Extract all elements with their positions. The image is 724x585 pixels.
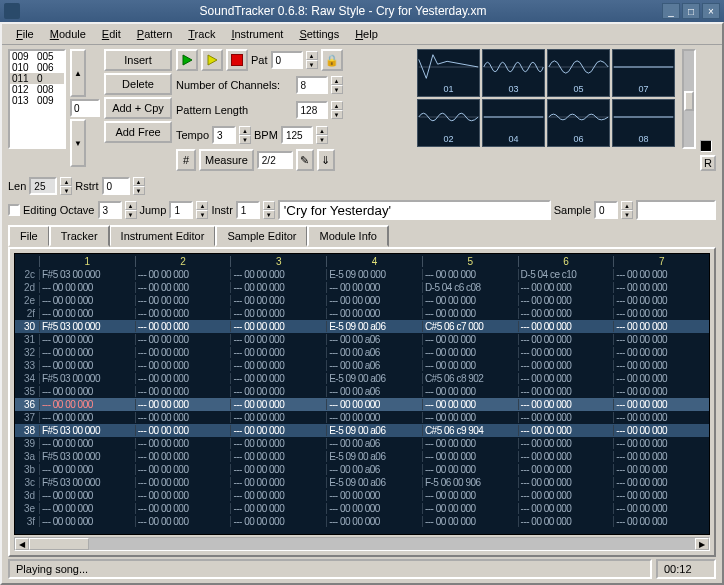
play-pattern-button[interactable] xyxy=(201,49,223,71)
tracker-row[interactable]: 32--- 00 00 000--- 00 00 000--- 00 00 00… xyxy=(15,346,709,359)
menu-instrument[interactable]: Instrument xyxy=(225,26,289,42)
plen-input[interactable]: 128 xyxy=(296,101,328,119)
tracker-row[interactable]: 34F#5 03 00 000--- 00 00 000--- 00 00 00… xyxy=(15,372,709,385)
scroll-left-icon[interactable]: ◀ xyxy=(15,538,29,550)
instr-name-input[interactable] xyxy=(278,200,551,220)
maximize-button[interactable]: □ xyxy=(682,3,700,19)
scope-01[interactable]: 01 xyxy=(417,49,480,97)
tracker-row[interactable]: 33--- 00 00 000--- 00 00 000--- 00 00 00… xyxy=(15,359,709,372)
rstrt-up[interactable]: ▲ xyxy=(133,177,145,186)
tracker-row[interactable]: 2cF#5 03 00 000--- 00 00 000--- 00 00 00… xyxy=(15,268,709,281)
tab-sample-editor[interactable]: Sample Editor xyxy=(215,225,308,247)
songlist-pos-input[interactable] xyxy=(70,99,100,117)
menu-pattern[interactable]: Pattern xyxy=(131,26,178,42)
menu-settings[interactable]: Settings xyxy=(293,26,345,42)
stop-button[interactable] xyxy=(226,49,248,71)
menu-file[interactable]: File xyxy=(10,26,40,42)
songlist-row[interactable]: 009005 xyxy=(10,51,64,62)
len-input[interactable]: 25 xyxy=(29,177,57,195)
add-cpy-button[interactable]: Add + Cpy xyxy=(104,97,172,119)
delete-button[interactable]: Delete xyxy=(104,73,172,95)
arrow-down-icon[interactable]: ⇓ xyxy=(317,149,335,171)
close-button[interactable]: × xyxy=(702,3,720,19)
sample-down[interactable]: ▼ xyxy=(621,210,633,219)
octave-down[interactable]: ▼ xyxy=(125,210,137,219)
channels-input[interactable]: 8 xyxy=(296,76,328,94)
rstrt-down[interactable]: ▼ xyxy=(133,186,145,195)
menu-edit[interactable]: Edit xyxy=(96,26,127,42)
bpm-up[interactable]: ▲ xyxy=(316,126,328,135)
measure-edit-icon[interactable]: ✎ xyxy=(296,149,314,171)
plen-down[interactable]: ▼ xyxy=(331,110,343,119)
insert-button[interactable]: Insert xyxy=(104,49,172,71)
tempo-input[interactable]: 3 xyxy=(212,126,236,144)
lock-icon[interactable]: 🔒 xyxy=(321,49,343,71)
scope-06[interactable]: 06 xyxy=(547,99,610,147)
tracker-row[interactable]: 3b--- 00 00 000--- 00 00 000--- 00 00 00… xyxy=(15,463,709,476)
scroll-thumb[interactable] xyxy=(29,538,89,550)
songlist-row[interactable]: 0110 xyxy=(10,73,64,84)
bpm-input[interactable]: 125 xyxy=(281,126,313,144)
tab-module-info[interactable]: Module Info xyxy=(307,225,388,247)
pat-input[interactable]: 0 xyxy=(271,51,303,69)
tracker-row[interactable]: 35--- 00 00 000--- 00 00 000--- 00 00 00… xyxy=(15,385,709,398)
scope-05[interactable]: 05 xyxy=(547,49,610,97)
scope-03[interactable]: 03 xyxy=(482,49,545,97)
len-up[interactable]: ▲ xyxy=(60,177,72,186)
jump-down[interactable]: ▼ xyxy=(196,210,208,219)
menu-module[interactable]: Module xyxy=(44,26,92,42)
jump-up[interactable]: ▲ xyxy=(196,201,208,210)
scroll-right-icon[interactable]: ▶ xyxy=(695,538,709,550)
instr-input[interactable]: 1 xyxy=(236,201,260,219)
instr-down[interactable]: ▼ xyxy=(263,210,275,219)
scope-02[interactable]: 02 xyxy=(417,99,480,147)
tracker-view[interactable]: 1234567 2cF#5 03 00 000--- 00 00 000--- … xyxy=(14,253,710,535)
tracker-row[interactable]: 3aF#5 03 00 000--- 00 00 000--- 00 00 00… xyxy=(15,450,709,463)
tracker-row[interactable]: 3d--- 00 00 000--- 00 00 000--- 00 00 00… xyxy=(15,489,709,502)
scope-08[interactable]: 08 xyxy=(612,99,675,147)
songlist-row[interactable]: 012008 xyxy=(10,84,64,95)
chan-up[interactable]: ▲ xyxy=(331,76,343,85)
len-down[interactable]: ▼ xyxy=(60,186,72,195)
tracker-row[interactable]: 38F#5 03 00 000--- 00 00 000--- 00 00 00… xyxy=(15,424,709,437)
bpm-down[interactable]: ▼ xyxy=(316,135,328,144)
songlist-row[interactable]: 010006 xyxy=(10,62,64,73)
tracker-row[interactable]: 3e--- 00 00 000--- 00 00 000--- 00 00 00… xyxy=(15,502,709,515)
tempo-up[interactable]: ▲ xyxy=(239,126,251,135)
tracker-row[interactable]: 2d--- 00 00 000--- 00 00 000--- 00 00 00… xyxy=(15,281,709,294)
measure-input[interactable]: 2/2 xyxy=(257,151,293,169)
tracker-row[interactable]: 3f--- 00 00 000--- 00 00 000--- 00 00 00… xyxy=(15,515,709,528)
menu-help[interactable]: Help xyxy=(349,26,384,42)
tracker-row[interactable]: 36--- 00 00 000--- 00 00 000--- 00 00 00… xyxy=(15,398,709,411)
tracker-row[interactable]: 37--- 00 00 000--- 00 00 000--- 00 00 00… xyxy=(15,411,709,424)
tracker-row[interactable]: 3cF#5 03 00 000--- 00 00 000--- 00 00 00… xyxy=(15,476,709,489)
tab-instrument-editor[interactable]: Instrument Editor xyxy=(109,225,217,247)
volume-slider[interactable] xyxy=(682,49,696,149)
tracker-row[interactable]: 30F#5 03 00 000--- 00 00 000--- 00 00 00… xyxy=(15,320,709,333)
chan-down[interactable]: ▼ xyxy=(331,85,343,94)
tab-tracker[interactable]: Tracker xyxy=(49,225,110,247)
octave-up[interactable]: ▲ xyxy=(125,201,137,210)
pat-up[interactable]: ▲ xyxy=(306,51,318,60)
instr-up[interactable]: ▲ xyxy=(263,201,275,210)
editing-checkbox[interactable] xyxy=(8,204,20,216)
octave-input[interactable]: 3 xyxy=(98,201,122,219)
sample-up[interactable]: ▲ xyxy=(621,201,633,210)
tempo-down[interactable]: ▼ xyxy=(239,135,251,144)
minimize-button[interactable]: _ xyxy=(662,3,680,19)
tracker-row[interactable]: 2e--- 00 00 000--- 00 00 000--- 00 00 00… xyxy=(15,294,709,307)
rstrt-input[interactable]: 0 xyxy=(102,177,130,195)
jump-input[interactable]: 1 xyxy=(169,201,193,219)
play-button[interactable] xyxy=(176,49,198,71)
tracker-row[interactable]: 2f--- 00 00 000--- 00 00 000--- 00 00 00… xyxy=(15,307,709,320)
sharp-button[interactable]: # xyxy=(176,149,196,171)
tab-file[interactable]: File xyxy=(8,225,50,247)
songlist-up-button[interactable]: ▲ xyxy=(70,49,86,97)
tracker-hscroll[interactable]: ◀ ▶ xyxy=(14,537,710,551)
tracker-row[interactable]: 39--- 00 00 000--- 00 00 000--- 00 00 00… xyxy=(15,437,709,450)
menu-track[interactable]: Track xyxy=(182,26,221,42)
pat-down[interactable]: ▼ xyxy=(306,60,318,69)
add-free-button[interactable]: Add Free xyxy=(104,121,172,143)
tracker-row[interactable]: 31--- 00 00 000--- 00 00 000--- 00 00 00… xyxy=(15,333,709,346)
plen-up[interactable]: ▲ xyxy=(331,101,343,110)
